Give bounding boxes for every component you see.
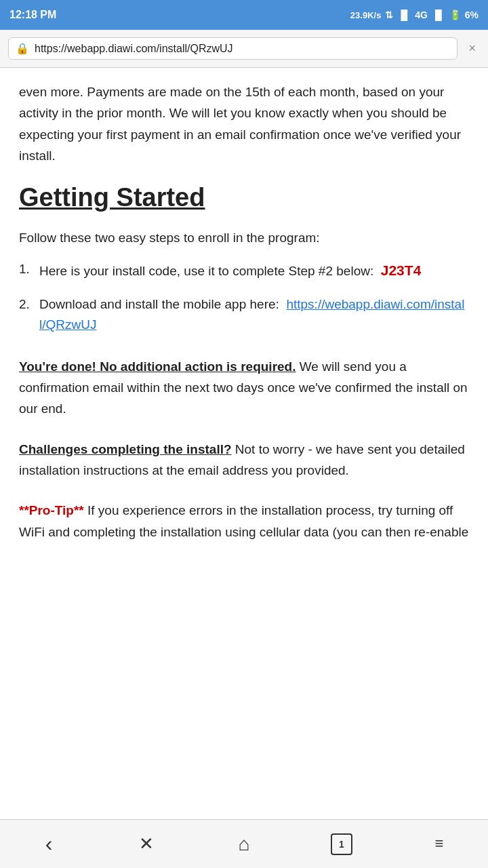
menu-icon: ≡ (435, 834, 444, 854)
step-2-number: 2. (19, 294, 30, 315)
follow-instructions-text: Follow these two easy steps to enroll in… (19, 227, 469, 248)
install-code: J23T4 (381, 262, 422, 278)
close-icon: ✕ (139, 833, 154, 854)
battery-percent: 6% (465, 9, 479, 20)
close-tab-button[interactable]: × (464, 40, 480, 57)
signal-bars-2-icon: ▐▌ (432, 9, 445, 20)
step-1-text: Here is your install code, use it to com… (39, 264, 421, 278)
status-bar: 12:18 PM 23.9K/s ⇅ ▐▌ 4G ▐▌ 🔋 6% (0, 0, 488, 30)
step-2-item: 2. Download and install the mobile app h… (19, 294, 469, 336)
step-2-text: Download and install the mobile app here… (39, 297, 464, 332)
done-paragraph: You're done! No additional action is req… (19, 356, 469, 420)
address-bar: 🔒 https://webapp.diawi.com/install/QRzwU… (0, 30, 488, 68)
back-icon: ‹ (45, 831, 53, 856)
steps-list: 1. Here is your install code, use it to … (19, 259, 469, 335)
bottom-nav-bar: ‹ ✕ ⌂ 1 ≡ (0, 819, 488, 868)
step-1-number: 1. (19, 259, 30, 279)
lock-icon: 🔒 (16, 42, 29, 55)
tabs-icon: 1 (331, 833, 352, 855)
home-icon: ⌂ (239, 833, 250, 855)
status-indicators: 23.9K/s ⇅ ▐▌ 4G ▐▌ 🔋 6% (350, 9, 479, 20)
step-1-item: 1. Here is your install code, use it to … (19, 259, 469, 282)
battery-icon: 🔋 (449, 9, 461, 20)
arrows-icon: ⇅ (385, 9, 393, 20)
network-type: 4G (415, 9, 428, 20)
protip-paragraph: **Pro-Tip** If you experience errors in … (19, 500, 469, 542)
back-button[interactable]: ‹ (28, 827, 69, 861)
menu-button[interactable]: ≡ (419, 827, 460, 861)
done-bold-text: You're done! No additional action is req… (19, 359, 296, 374)
challenges-bold-text: Challenges completing the install? (19, 442, 232, 456)
tabs-button[interactable]: 1 (321, 827, 362, 861)
home-button[interactable]: ⌂ (224, 827, 264, 861)
getting-started-heading: Getting Started (19, 182, 469, 214)
page-content: even more. Payments are made on the 15th… (0, 68, 488, 556)
url-field[interactable]: 🔒 https://webapp.diawi.com/install/QRzwU… (8, 37, 458, 60)
challenges-paragraph: Challenges completing the install? Not t… (19, 439, 469, 481)
signal-bars-icon: ▐▌ (397, 9, 411, 20)
intro-paragraph: even more. Payments are made on the 15th… (19, 81, 469, 166)
url-text: https://webapp.diawi.com/install/QRzwUJ (35, 43, 450, 55)
network-speed: 23.9K/s (350, 10, 382, 20)
protip-red-text: **Pro-Tip** (19, 503, 84, 517)
time-display: 12:18 PM (9, 9, 56, 21)
close-button[interactable]: ✕ (126, 827, 167, 861)
protip-body-text: If you experience errors in the installa… (19, 503, 468, 538)
